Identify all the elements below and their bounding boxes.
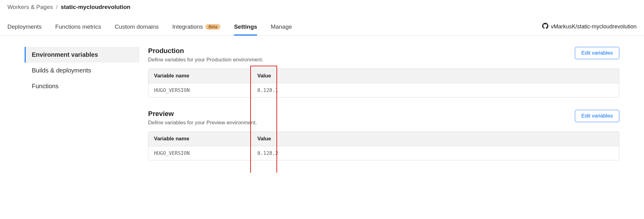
- tab-custom-domains[interactable]: Custom domains: [115, 18, 159, 35]
- tab-manage[interactable]: Manage: [271, 18, 292, 35]
- tab-functions-metrics[interactable]: Functions metrics: [55, 18, 101, 35]
- table-row: HUGO_VERSION 0.128.1: [148, 83, 619, 97]
- production-title: Production: [148, 47, 263, 55]
- settings-sidenav: Environment variables Builds & deploymen…: [0, 47, 148, 173]
- section-production: Production Define variables for your Pro…: [148, 47, 619, 97]
- production-var-name: HUGO_VERSION: [148, 83, 252, 97]
- breadcrumb-separator: /: [56, 4, 57, 10]
- github-icon: [542, 23, 548, 31]
- table-row: HUGO_VERSION 0.128.2: [148, 146, 619, 160]
- preview-desc: Define variables for your Preview enviro…: [148, 120, 257, 126]
- preview-col-value-header: Value: [252, 132, 619, 146]
- production-col-name-header: Variable name: [148, 69, 252, 83]
- preview-col-name-header: Variable name: [148, 132, 252, 146]
- sidenav-item-builds[interactable]: Builds & deployments: [25, 63, 139, 78]
- production-var-value: 0.128.1: [252, 83, 619, 97]
- production-col-value-header: Value: [252, 69, 619, 83]
- tab-deployments[interactable]: Deployments: [7, 18, 42, 35]
- edit-variables-preview-button[interactable]: Edit variables: [575, 110, 619, 122]
- tab-bar: Deployments Functions metrics Custom dom…: [0, 18, 644, 36]
- tab-integrations[interactable]: Integrations Beta: [172, 18, 220, 35]
- github-repo-link[interactable]: vMarkusK/static-mycloudrevolution: [542, 23, 637, 31]
- production-variables-table: Variable name Value HUGO_VERSION 0.128.1: [148, 68, 619, 97]
- breadcrumb-current: static-mycloudrevolution: [61, 4, 131, 10]
- edit-variables-production-button[interactable]: Edit variables: [575, 47, 619, 59]
- breadcrumb-parent[interactable]: Workers & Pages: [7, 4, 53, 10]
- beta-badge: Beta: [206, 24, 221, 30]
- sidenav-item-env-vars[interactable]: Environment variables: [25, 47, 139, 63]
- production-desc: Define variables for your Production env…: [148, 57, 263, 63]
- preview-variables-table: Variable name Value HUGO_VERSION 0.128.2: [148, 131, 619, 160]
- preview-var-name: HUGO_VERSION: [148, 146, 252, 160]
- tab-settings[interactable]: Settings: [234, 18, 257, 35]
- preview-var-value: 0.128.2: [252, 146, 619, 160]
- section-preview: Preview Define variables for your Previe…: [148, 110, 619, 160]
- tab-integrations-label: Integrations: [172, 23, 203, 30]
- sidenav-item-functions[interactable]: Functions: [25, 78, 139, 94]
- preview-title: Preview: [148, 110, 257, 118]
- breadcrumb: Workers & Pages / static-mycloudrevoluti…: [0, 0, 644, 10]
- github-repo-label: vMarkusK/static-mycloudrevolution: [551, 23, 637, 30]
